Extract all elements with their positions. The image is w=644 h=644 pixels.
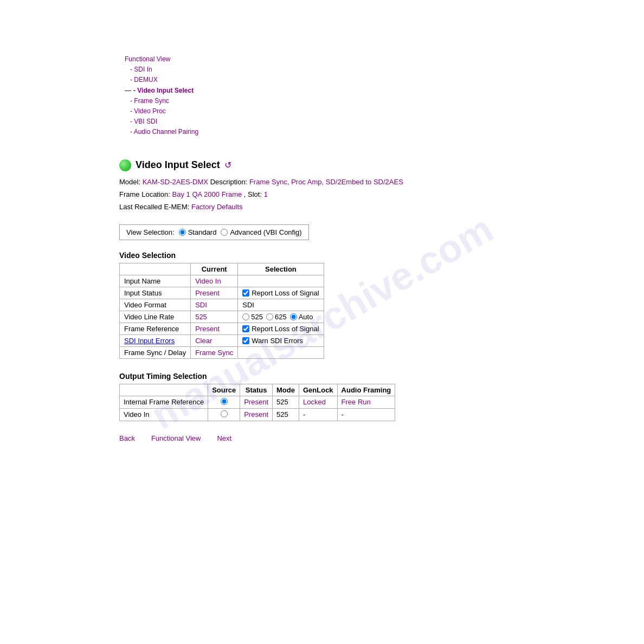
report-loss-signal-frame-checkbox[interactable] (242, 325, 249, 332)
input-name-selection (238, 275, 324, 287)
input-status-current: Present (191, 287, 238, 299)
out-row2-label: Video In (120, 408, 208, 421)
description-value: Frame Sync, Proc Amp, SD/2Embed to SD/2A… (249, 178, 403, 186)
out-row2-source (208, 408, 240, 421)
out-col-status: Status (240, 384, 273, 396)
video-selection-table: Current Selection Input Name Video In In… (119, 263, 324, 359)
input-status-label: Input Status (120, 287, 191, 299)
video-line-rate-current: 525 (191, 311, 238, 323)
section-header: Video Input Select ↺ (119, 159, 644, 171)
refresh-icon[interactable]: ↺ (224, 160, 231, 170)
line-rate-525-label[interactable]: 525 (242, 313, 263, 321)
out-col-source: Source (208, 384, 240, 396)
video-format-selection: SDI (238, 299, 324, 311)
table-row: Input Status Present Report Loss of Sign… (120, 287, 324, 299)
description-label: Description: (210, 178, 248, 186)
frame-sync-delay-selection (238, 346, 324, 358)
line-rate-625-text: 625 (275, 313, 287, 321)
line-rate-625-input[interactable] (266, 313, 273, 320)
back-link[interactable]: Back (119, 434, 135, 442)
warn-sdi-errors-text: Warn SDI Errors (252, 337, 303, 345)
nav-sdi-in[interactable]: - SDI In (119, 65, 644, 75)
view-advanced-input[interactable] (221, 229, 228, 236)
next-link[interactable]: Next (217, 434, 231, 442)
nav-demux[interactable]: - DEMUX (119, 75, 644, 85)
frame-location-value: Bay 1 QA 2000 Frame (172, 190, 242, 198)
video-format-current: SDI (191, 299, 238, 311)
table-row: Video Line Rate 525 525 625 Auto (120, 311, 324, 323)
output-timing-title: Output Timing Selection (119, 372, 644, 381)
view-standard-input[interactable] (179, 229, 186, 236)
out-row1-status: Present (240, 396, 273, 408)
line-rate-525-text: 525 (251, 313, 263, 321)
view-selection-label: View Selection: (126, 228, 175, 236)
input-status-selection: Report Loss of Signal (238, 287, 324, 299)
frame-reference-current: Present (191, 323, 238, 334)
out-col-genlock: GenLock (299, 384, 337, 396)
view-standard-radio[interactable]: Standard (179, 228, 217, 236)
nav-frame-sync[interactable]: - Frame Sync (119, 96, 644, 106)
nav-video-input-select[interactable]: - Video Input Select (131, 86, 194, 96)
report-loss-signal-frame-label[interactable]: Report Loss of Signal (242, 325, 319, 333)
view-standard-label: Standard (188, 228, 217, 236)
report-loss-signal-input-text: Report Loss of Signal (252, 289, 319, 297)
slot-label: Slot: (248, 190, 262, 198)
report-loss-signal-frame-text: Report Loss of Signal (252, 325, 319, 333)
last-recalled-value: Factory Defaults (191, 203, 243, 211)
video-selection-section: Video Selection Current Selection Input … (119, 251, 644, 359)
video-format-label: Video Format (120, 299, 191, 311)
out-col-label (120, 384, 208, 396)
out-row1-genlock: Locked (299, 396, 337, 408)
table-row: Video In Present 525 - - (120, 408, 395, 421)
frame-reference-label: Frame Reference (120, 323, 191, 334)
out-row2-genlock: - (299, 408, 337, 421)
functional-view-link[interactable]: Functional View (151, 434, 201, 442)
sdi-errors-current: Clear (191, 334, 238, 346)
meta-info: Model: KAM-SD-2AES-DMX Description: Fram… (119, 176, 644, 214)
slot-value: 1 (264, 190, 268, 198)
nav-audio-channel-pairing[interactable]: - Audio Channel Pairing (119, 127, 644, 137)
table-row: Input Name Video In (120, 275, 324, 287)
nav-menu: Functional View - SDI In - DEMUX — - Vid… (119, 54, 644, 138)
view-advanced-radio[interactable]: Advanced (VBI Config) (221, 228, 301, 236)
view-selection-box: View Selection: Standard Advanced (VBI C… (119, 224, 309, 240)
out-row1-source-radio[interactable] (221, 398, 228, 405)
col-header-current: Current (191, 263, 238, 275)
col-header-selection: Selection (238, 263, 324, 275)
out-row2-source-radio[interactable] (221, 410, 228, 417)
table-row: Internal Frame Reference Present 525 Loc… (120, 396, 395, 408)
output-timing-section: Output Timing Selection Source Status Mo… (119, 372, 644, 421)
bottom-nav: Back Functional View Next (119, 434, 644, 442)
out-row1-source (208, 396, 240, 408)
video-line-rate-selection: 525 625 Auto (238, 311, 324, 323)
video-line-rate-label: Video Line Rate (120, 311, 191, 323)
nav-video-proc[interactable]: - Video Proc (119, 106, 644, 117)
sdi-input-errors-link[interactable]: SDI Input Errors (124, 337, 175, 345)
line-rate-auto-input[interactable] (290, 313, 297, 320)
sdi-errors-label: SDI Input Errors (120, 334, 191, 346)
warn-sdi-errors-checkbox[interactable] (242, 337, 249, 344)
model-label: Model: (119, 178, 140, 186)
out-col-audio-framing: Audio Framing (337, 384, 395, 396)
input-name-current: Video In (191, 275, 238, 287)
status-indicator (119, 159, 131, 171)
output-timing-table: Source Status Mode GenLock Audio Framing… (119, 384, 395, 421)
frame-reference-selection: Report Loss of Signal (238, 323, 324, 334)
report-loss-signal-input-label[interactable]: Report Loss of Signal (242, 289, 319, 297)
frame-sync-delay-current: Frame Sync (191, 346, 238, 358)
page-title: Video Input Select (136, 159, 220, 171)
video-line-rate-radio-group: 525 625 Auto (242, 313, 319, 321)
report-loss-signal-input-checkbox[interactable] (242, 289, 249, 297)
line-rate-625-label[interactable]: 625 (266, 313, 287, 321)
frame-location-label: Frame Location: (119, 190, 170, 198)
warn-sdi-errors-label[interactable]: Warn SDI Errors (242, 337, 319, 345)
table-row: Frame Reference Present Report Loss of S… (120, 323, 324, 334)
out-row1-mode: 525 (273, 396, 299, 408)
line-rate-525-input[interactable] (242, 313, 249, 320)
col-header-name (120, 263, 191, 275)
nav-vbi-sdi[interactable]: - VBI SDI (119, 117, 644, 127)
view-advanced-label: Advanced (VBI Config) (230, 228, 301, 236)
frame-sync-delay-label: Frame Sync / Delay (120, 346, 191, 358)
line-rate-auto-label[interactable]: Auto (290, 313, 313, 321)
nav-functional-view[interactable]: Functional View (119, 54, 644, 65)
